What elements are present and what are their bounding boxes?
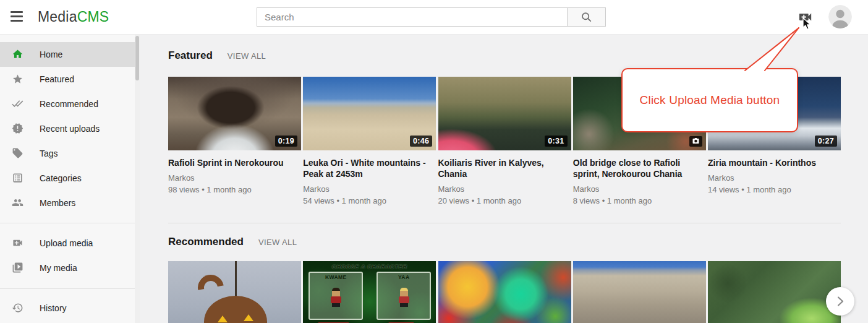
sidebar-item-label: Recent uploads (40, 124, 100, 134)
history-icon (12, 302, 23, 314)
sidebar-item-my-media[interactable]: My media (0, 256, 135, 280)
sidebar-item-recommended[interactable]: Recommended (0, 92, 135, 116)
logo[interactable]: MediaCMS (38, 9, 109, 25)
my-media-icon (12, 262, 23, 273)
video-thumbnail[interactable] (168, 261, 301, 323)
upload-media-icon (799, 11, 812, 23)
character-name: YAA (378, 274, 430, 280)
top-bar: MediaCMS (0, 0, 868, 35)
video-thumbnail[interactable] (708, 261, 841, 323)
sidebar-item-tags[interactable]: Tags (0, 141, 135, 166)
sidebar-scrollbar[interactable] (135, 35, 140, 323)
members-icon (12, 197, 23, 209)
featured-section-header: Featured VIEW ALL (168, 50, 266, 62)
sidebar-item-label: Categories (40, 173, 82, 183)
video-thumbnail[interactable]: 0:46 (303, 77, 436, 150)
search-bar (257, 7, 606, 27)
section-divider (168, 223, 841, 223)
sidebar-item-label: Recommended (40, 99, 98, 109)
callout-text: Click Upload Media button (640, 93, 780, 107)
character-name: KWAME (310, 274, 362, 280)
media-card[interactable] (168, 261, 301, 323)
search-button[interactable] (568, 7, 606, 27)
sidebar-item-history[interactable]: History (0, 296, 135, 321)
section-title: Featured (168, 50, 213, 62)
tutorial-callout: Click Upload Media button (621, 68, 798, 132)
search-input[interactable] (257, 7, 568, 27)
scrollbar-thumb[interactable] (135, 36, 139, 80)
double-check-icon (12, 98, 23, 110)
media-meta: 20 views • 1 month ago (438, 196, 571, 206)
sidebar-divider (0, 288, 135, 289)
media-title[interactable]: Ziria mountain - Korinthos (708, 157, 841, 168)
upload-media-button[interactable] (799, 11, 812, 23)
logo-part1: Media (38, 9, 77, 25)
media-card[interactable] (438, 261, 571, 323)
sidebar: Home Featured Recommended Recent uploads… (0, 35, 135, 323)
media-card[interactable]: 0:19 Rafioli Sprint in Nerokourou Markos… (168, 77, 301, 206)
sidebar-item-label: Tags (40, 149, 58, 158)
categories-icon (12, 172, 23, 184)
media-card[interactable]: 0:31 Koiliaris River in Kalyves, Chania … (438, 77, 571, 206)
tag-icon (12, 147, 23, 159)
media-meta: 98 views • 1 month ago (168, 184, 301, 195)
character-figure (328, 288, 343, 307)
recommended-row: CHOOSE A CHARACTER KWAME YAA Selected Se… (168, 261, 841, 323)
media-author: Markos (168, 173, 301, 183)
chevron-right-icon (834, 295, 846, 308)
view-all-link[interactable]: VIEW ALL (228, 51, 266, 61)
media-title[interactable]: Leuka Ori - White mountains - Peak at 24… (303, 157, 436, 179)
duration-badge: 0:31 (545, 136, 567, 147)
media-author: Markos (303, 184, 436, 194)
media-title[interactable]: Rafioli Sprint in Nerokourou (168, 157, 301, 168)
new-releases-icon (12, 123, 23, 134)
video-thumbnail[interactable]: 0:19 (168, 77, 301, 150)
sidebar-item-upload-media[interactable]: Upload media (0, 231, 135, 256)
media-meta: 14 views • 1 month ago (708, 184, 841, 195)
media-card[interactable]: 0:46 Leuka Ori - White mountains - Peak … (303, 77, 436, 206)
media-author: Markos (573, 184, 706, 194)
media-meta: 54 views • 1 month ago (303, 196, 436, 206)
photo-badge (689, 136, 702, 147)
sidebar-divider (0, 223, 135, 223)
duration-badge: 0:19 (275, 136, 297, 147)
view-all-link[interactable]: VIEW ALL (258, 238, 297, 247)
character-panel: KWAME (308, 272, 363, 320)
home-icon (12, 48, 23, 60)
upload-media-icon (12, 237, 23, 249)
sidebar-item-home[interactable]: Home (0, 42, 135, 67)
sidebar-item-recent-uploads[interactable]: Recent uploads (0, 116, 135, 141)
media-card[interactable] (573, 261, 706, 323)
section-title: Recommended (168, 236, 244, 248)
character-figure (396, 288, 411, 307)
search-icon (581, 11, 592, 23)
media-title[interactable]: Old bridge close to Rafioli sprint, Nero… (573, 157, 706, 179)
media-title[interactable]: Koiliaris River in Kalyves, Chania (438, 157, 571, 179)
sidebar-item-categories[interactable]: Categories (0, 166, 135, 191)
video-thumbnail[interactable]: CHOOSE A CHARACTER KWAME YAA Selected Se… (303, 261, 436, 323)
sidebar-item-featured[interactable]: Featured (0, 67, 135, 92)
video-thumbnail[interactable]: 0:31 (438, 77, 571, 150)
sidebar-item-label: Upload media (40, 238, 93, 248)
sidebar-item-members[interactable]: Members (0, 191, 135, 215)
video-thumbnail[interactable] (438, 261, 571, 323)
media-meta: 8 views • 1 month ago (573, 196, 706, 206)
camera-icon (692, 137, 700, 144)
media-card[interactable] (708, 261, 841, 323)
next-page-button[interactable] (826, 287, 854, 316)
media-author: Markos (708, 173, 841, 183)
menu-icon[interactable] (11, 11, 23, 24)
duration-badge: 0:46 (410, 136, 432, 147)
sidebar-item-label: Featured (40, 74, 74, 84)
sidebar-item-label: Members (40, 198, 75, 208)
character-panel: YAA (377, 272, 431, 320)
sidebar-item-label: My media (40, 263, 77, 273)
avatar[interactable] (828, 5, 852, 28)
media-card[interactable]: CHOOSE A CHARACTER KWAME YAA Selected Se… (303, 261, 436, 323)
star-icon (12, 73, 23, 85)
logo-part2: CMS (77, 9, 109, 25)
media-author: Markos (438, 184, 571, 194)
mediacms-page: MediaCMS Home (0, 0, 868, 323)
video-thumbnail[interactable] (573, 261, 706, 323)
game-title: CHOOSE A CHARACTER (303, 263, 436, 270)
